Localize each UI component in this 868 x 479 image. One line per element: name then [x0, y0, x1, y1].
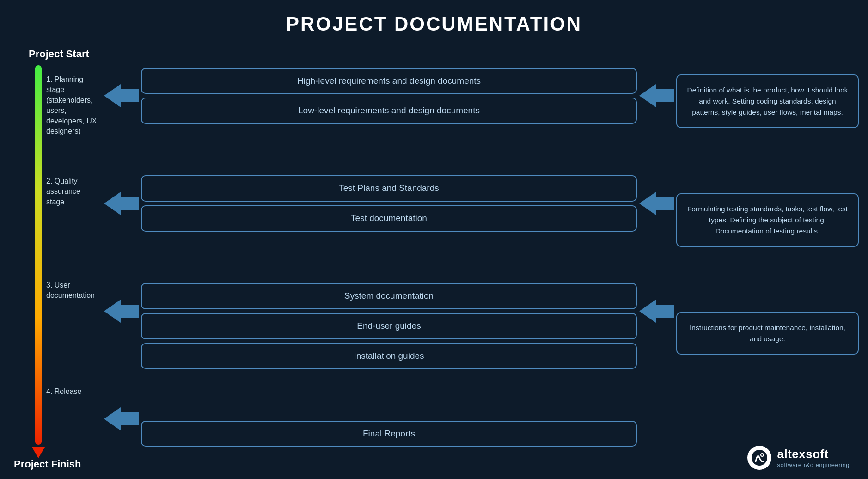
timeline-arrow-tip [32, 447, 45, 458]
logo-name: altexsoft [777, 447, 850, 461]
arrow-body [653, 412, 674, 425]
doc-box-1-1: High-level requirements and design docum… [141, 68, 637, 94]
doc-group-2: Test Plans and Standards Test documentat… [141, 175, 637, 231]
stage-label-3: 3. User documentation [46, 280, 99, 301]
doc-box-4-1: Final Reports [141, 421, 637, 447]
logo-subtitle: software r&d engineering [777, 461, 850, 468]
left-arrow-4a [104, 407, 139, 430]
logo-area: altexsoft software r&d engineering [747, 446, 850, 470]
docs-area: High-level requirements and design docum… [141, 40, 637, 475]
right-arrows-area [637, 40, 676, 475]
timeline: Project Start Project Finish 1. Planning… [9, 40, 102, 475]
logo-text: altexsoft software r&d engineering [777, 447, 850, 468]
right-arrow-2 [639, 192, 674, 215]
doc-box-2-1: Test Plans and Standards [141, 175, 637, 202]
doc-group-1: High-level requirements and design docum… [141, 68, 637, 124]
project-finish-label: Project Finish [14, 458, 81, 470]
center-wrapper: High-level requirements and design docum… [102, 40, 859, 475]
doc-group-4: Final Reports [141, 421, 637, 447]
right-arrow-3 [639, 300, 674, 323]
desc-box-1: Definition of what is the product, how i… [676, 74, 859, 128]
svg-point-2 [761, 454, 763, 456]
arrow-body [117, 197, 139, 210]
logo-icon [747, 446, 771, 470]
desc-box-3: Instructions for product maintenance, in… [676, 312, 859, 355]
doc-box-2-2: Test documentation [141, 205, 637, 232]
stage-label-2: 2. Quality assurance stage [46, 176, 99, 207]
left-arrow-3a [104, 300, 139, 323]
left-arrows-area [102, 40, 141, 475]
project-start-label: Project Start [29, 48, 89, 60]
stage-label-4: 4. Release [46, 387, 82, 397]
left-arrow-1a [104, 84, 139, 107]
arrow-body [653, 305, 674, 318]
arrow-body [117, 305, 139, 318]
arrow-body [653, 89, 674, 102]
doc-group-3: System documentation End-user guides Ins… [141, 283, 637, 369]
right-arrow-1 [639, 84, 674, 107]
right-arrow-4-placeholder [639, 407, 674, 430]
left-arrow-2a [104, 192, 139, 215]
desc-box-2: Formulating testing standards, tasks, te… [676, 193, 859, 247]
page-title: PROJECT DOCUMENTATION [0, 0, 868, 40]
doc-box-3-3: Installation guides [141, 343, 637, 369]
doc-box-3-2: End-user guides [141, 313, 637, 339]
doc-box-1-2: Low-level requirements and design docume… [141, 98, 637, 124]
arrow-body [653, 197, 674, 210]
doc-box-3-1: System documentation [141, 283, 637, 309]
arrow-body [117, 89, 139, 102]
arrow-body [117, 412, 139, 425]
stage-label-1: 1. Planning stage (stakeholders, users, … [46, 74, 99, 136]
desc-area: Definition of what is the product, how i… [676, 40, 859, 475]
timeline-line [35, 65, 42, 445]
